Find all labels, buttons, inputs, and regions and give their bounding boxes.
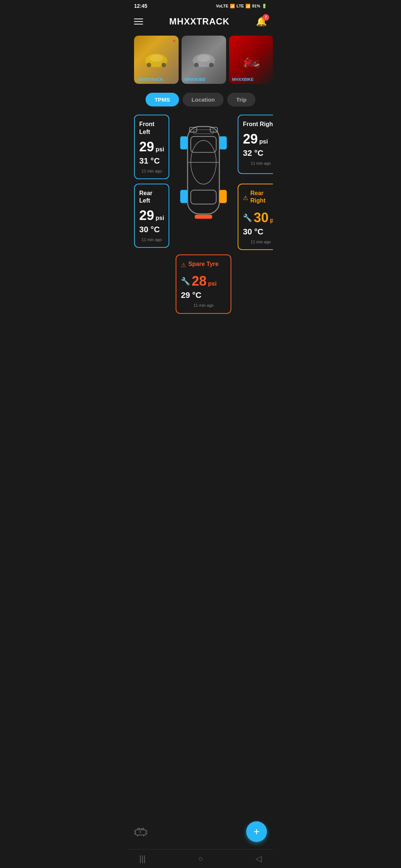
rear-left-label: Rear Left — [139, 190, 164, 205]
vehicle-card-bg-1 — [134, 36, 179, 84]
spare-time: 11 min ago — [181, 303, 226, 308]
rear-right-sensor-icon: 🔧 — [243, 213, 252, 222]
bike-icon: 🏍️ — [242, 51, 261, 69]
vehicle-card-label-3: MHXXBIKE — [232, 77, 254, 82]
tyre-spare[interactable]: ⚠ Spare Tyre 🔧 28 psi 29 °C 11 min ago — [176, 254, 231, 314]
svg-rect-17 — [195, 215, 212, 219]
svg-point-5 — [197, 55, 211, 62]
front-right-temp: 32 °C — [243, 148, 273, 158]
rear-right-pressure-unit: psi — [270, 217, 273, 224]
front-left-pressure-value: 29 — [139, 139, 154, 155]
vehicle-card-mhxxbike[interactable]: 🏍️ MHXXBIKE — [229, 36, 273, 84]
car-icon-2 — [189, 45, 219, 75]
svg-rect-16 — [219, 190, 226, 203]
notification-badge: 7 — [263, 14, 269, 21]
front-right-time: 11 min ago — [243, 161, 273, 165]
spare-warning-icon: ⚠ — [181, 262, 186, 269]
tyre-rear-left[interactable]: Rear Left 29 psi 30 °C 11 min ago — [134, 184, 169, 248]
svg-rect-8 — [188, 126, 219, 214]
front-left-pressure-unit: psi — [156, 146, 164, 153]
rear-left-time: 11 min ago — [139, 237, 164, 242]
spare-sensor-row: 🔧 28 psi — [181, 273, 226, 290]
svg-rect-14 — [219, 137, 226, 149]
front-right-pressure: 29 psi — [243, 131, 273, 147]
svg-point-2 — [147, 63, 151, 67]
lte-icon: LTE — [237, 4, 244, 8]
tabs: TPMS Location Trip — [128, 88, 273, 111]
menu-button[interactable] — [134, 19, 143, 24]
front-left-temp: 31 °C — [139, 156, 164, 166]
status-icons: VoLTE 📶 LTE 📶 81% 🔋 — [216, 4, 267, 9]
hamburger-line1 — [134, 19, 143, 19]
favorite-icon: ♥ — [173, 38, 176, 44]
vehicle-cards: ♥ MHXXTRACK MHXXOBD 🏍️ MHXXBIKE — [128, 31, 273, 88]
notification-button[interactable]: 🔔 7 — [256, 16, 267, 27]
svg-point-1 — [150, 55, 163, 62]
svg-point-6 — [194, 63, 199, 67]
front-right-pressure-value: 29 — [243, 131, 258, 147]
rear-right-temp: 30 °C — [243, 227, 273, 237]
hamburger-line3 — [134, 24, 143, 24]
status-time: 12:45 — [134, 3, 147, 9]
car-diagram — [174, 115, 233, 226]
battery-symbol: 🔋 — [262, 4, 267, 9]
rear-left-pressure-value: 29 — [139, 208, 154, 223]
signal2-icon: 📶 — [245, 4, 251, 9]
status-bar: 12:45 VoLTE 📶 LTE 📶 81% 🔋 — [128, 0, 273, 12]
front-left-pressure: 29 psi — [139, 139, 164, 155]
battery-icon: 81% — [252, 4, 260, 8]
vehicle-card-bg-3: 🏍️ — [229, 36, 273, 84]
spare-container: ⚠ Spare Tyre 🔧 28 psi 29 °C 11 min ago — [174, 254, 233, 314]
svg-rect-10 — [191, 190, 216, 204]
spare-pressure: 28 psi — [192, 273, 216, 289]
tyre-front-left[interactable]: Front Left 29 psi 31 °C 11 min ago — [134, 115, 169, 179]
vehicle-card-mhxxobd[interactable]: MHXXOBD — [182, 36, 226, 84]
vehicle-card-label-2: MHXXOBD — [185, 77, 205, 82]
svg-rect-15 — [180, 190, 188, 203]
tyre-grid: Front Left 29 psi 31 °C 11 min ago — [134, 115, 267, 314]
rear-right-time: 11 min ago — [243, 240, 273, 244]
spare-label: Spare Tyre — [188, 260, 219, 268]
front-right-label: Front Right — [243, 121, 273, 128]
svg-point-3 — [162, 63, 166, 67]
rear-left-temp: 30 °C — [139, 225, 164, 234]
front-right-pressure-unit: psi — [259, 138, 268, 145]
rear-right-pressure-value: 30 — [254, 210, 268, 226]
hamburger-line2 — [134, 21, 143, 22]
car-top-view-svg — [179, 115, 228, 226]
tpms-section: Front Left 29 psi 31 °C 11 min ago — [128, 111, 273, 321]
front-left-time: 11 min ago — [139, 169, 164, 173]
rear-right-sensor-row: 🔧 30 psi — [243, 210, 273, 227]
wifi-icon: 📶 — [230, 4, 235, 9]
tab-location[interactable]: Location — [183, 93, 224, 106]
svg-point-7 — [209, 63, 213, 67]
signal-icon: VoLTE — [216, 4, 228, 8]
svg-rect-9 — [191, 137, 216, 152]
spare-pressure-value: 28 — [192, 273, 206, 289]
tyre-rear-right[interactable]: ⚠ Rear Right 🔧 30 psi 30 °C 11 min ago — [238, 184, 273, 250]
spare-temp: 29 °C — [181, 290, 226, 300]
spare-pressure-unit: psi — [208, 280, 216, 287]
svg-rect-13 — [180, 137, 188, 149]
rear-right-label: Rear Right — [250, 190, 273, 205]
rear-left-pressure: 29 psi — [139, 208, 164, 223]
vehicle-card-label-1: MHXXTRACK — [137, 77, 163, 82]
app-title: MHXXTRACK — [169, 16, 229, 27]
tab-trip[interactable]: Trip — [227, 93, 255, 106]
car-icon-1 — [141, 45, 171, 75]
rear-left-pressure-unit: psi — [156, 215, 164, 221]
front-left-label: Front Left — [139, 121, 164, 136]
spare-sensor-icon: 🔧 — [181, 277, 190, 286]
tyre-front-right[interactable]: Front Right 29 psi 32 °C 11 min ago — [238, 115, 273, 174]
rear-right-pressure: 30 psi — [254, 210, 273, 226]
tab-tpms[interactable]: TPMS — [146, 93, 179, 106]
vehicle-card-bg-2 — [182, 36, 226, 84]
header: MHXXTRACK 🔔 7 — [128, 12, 273, 31]
rear-right-warning-icon: ⚠ — [243, 194, 248, 201]
vehicle-card-mhxxtrack[interactable]: ♥ MHXXTRACK — [134, 36, 179, 84]
